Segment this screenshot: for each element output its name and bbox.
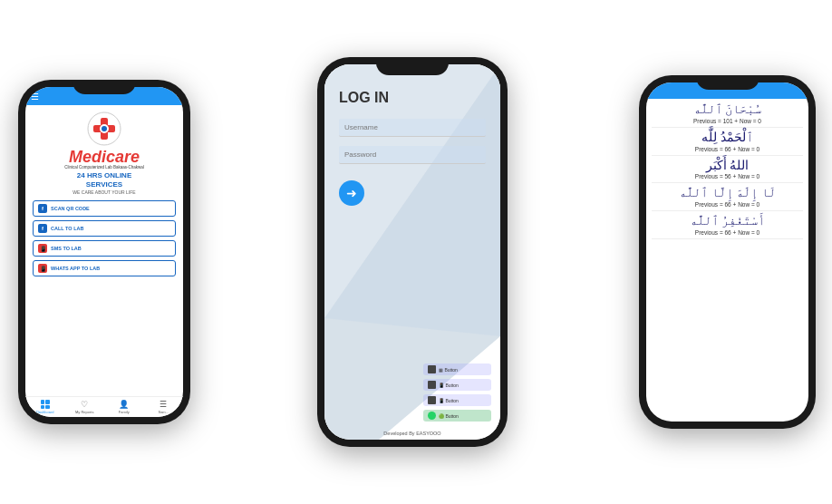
dhikr-counter-2: Previous = 56 + Now = 0 <box>695 173 759 179</box>
qr-icon <box>428 365 436 373</box>
login-submit-button[interactable]: ➜ <box>339 180 364 206</box>
phone-icon-sms: 📱 <box>38 244 47 253</box>
center-btn-3-label: 📱 Button <box>439 398 459 403</box>
medicare-logo <box>86 111 122 147</box>
center-btn-1[interactable]: ▦ Button <box>423 363 491 375</box>
nav-family[interactable]: 👤 Family <box>104 397 144 417</box>
center-btn-4-label: 🟢 Button <box>439 413 459 419</box>
medicare-title: Medicare <box>69 149 140 165</box>
dhikr-arabic-1: ٱلْحَمْدُ لِلَّٰه <box>701 131 753 146</box>
fb-icon-scan: f <box>38 204 47 213</box>
screen-right: سُبْحَانَ ٱللَّٰه Previous = 101 + Now =… <box>646 82 808 422</box>
phone-icon-3 <box>428 396 436 404</box>
sms-lab-button[interactable]: 📱 SMS TO LAB <box>33 240 176 257</box>
screen-center: LOG IN ➜ ▦ Button 📱 Button <box>324 64 500 440</box>
medicare-subtitle: Clinical Computerized Lab Bakaas-Chakwal <box>64 165 144 170</box>
nav-reports-label: My Reports <box>75 410 93 414</box>
phone-icon-2 <box>428 381 436 389</box>
nav-dashboard[interactable]: Dashboard <box>25 397 65 417</box>
sam-icon: ☰ <box>160 400 167 409</box>
hamburger-icon[interactable]: ☰ <box>31 92 39 102</box>
nav-family-label: Family <box>119 410 130 414</box>
screen-left: ☰ Medicare Clinical Computerized Lab Bak… <box>25 87 183 417</box>
logo-area: Medicare Clinical Computerized Lab Bakaa… <box>25 105 183 200</box>
heart-icon: ♡ <box>81 400 88 409</box>
phone-icon-whatsapp: 📱 <box>38 264 47 273</box>
dhikr-arabic-0: سُبْحَانَ ٱللَّٰه <box>693 102 762 118</box>
center-btn-2-label: 📱 Button <box>439 383 459 388</box>
phone-center: LOG IN ➜ ▦ Button 📱 Button <box>317 57 508 447</box>
left-action-buttons: f SCAN QR CODE f CALL TO LAB 📱 SMS TO LA… <box>25 200 183 276</box>
whatsapp-icon <box>428 412 436 420</box>
nav-sam-label: Sam... <box>158 410 169 414</box>
center-btn-2[interactable]: 📱 Button <box>423 379 491 391</box>
call-lab-label: CALL TO LAB <box>51 226 83 231</box>
center-bottom-buttons: ▦ Button 📱 Button 📱 Button 🟢 Button <box>423 363 491 422</box>
dhikr-counter-4: Previous = 66 + Now = 0 <box>695 229 759 236</box>
bottom-nav: Dashboard ♡ My Reports 👤 Family ☰ Sam... <box>25 396 183 417</box>
dhikr-item-4[interactable]: أَسْتَغْفِرُ ٱللَّٰه Previous = 66 + Now… <box>652 214 803 239</box>
call-lab-button[interactable]: f CALL TO LAB <box>33 220 176 237</box>
notch-right <box>696 75 759 90</box>
center-btn-4[interactable]: 🟢 Button <box>423 410 491 422</box>
dhikr-item-0[interactable]: سُبْحَانَ ٱللَّٰه Previous = 101 + Now =… <box>652 102 803 128</box>
dashboard-icon <box>41 400 50 409</box>
dhikr-list: سُبْحَانَ ٱللَّٰه Previous = 101 + Now =… <box>646 99 808 422</box>
login-form: LOG IN ➜ <box>324 64 500 206</box>
we-care-text: WE CARE ABOUT YOUR LIFE <box>73 189 135 195</box>
dhikr-arabic-3: لَا إِلَٰهَ إِلَّا ٱللَّٰه <box>679 186 776 201</box>
dhikr-arabic-4: أَسْتَغْفِرُ ٱللَّٰه <box>690 214 766 229</box>
fb-icon-call: f <box>38 224 47 233</box>
family-icon: 👤 <box>119 400 129 409</box>
login-title: LOG IN <box>339 90 486 106</box>
center-footer: Developed By EASYOOO <box>324 431 500 436</box>
whatsapp-lab-button[interactable]: 📱 WHATS APP TO LAB <box>33 260 176 276</box>
nav-dashboard-label: Dashboard <box>36 410 54 414</box>
dhikr-counter-0: Previous = 101 + Now = 0 <box>693 118 761 124</box>
password-input[interactable] <box>339 146 486 164</box>
whatsapp-lab-label: WHATS APP TO LAB <box>51 266 100 271</box>
dhikr-item-2[interactable]: اللهُ أَكْبَر Previous = 56 + Now = 0 <box>652 159 803 184</box>
center-btn-3[interactable]: 📱 Button <box>423 394 491 406</box>
phone-left: ☰ Medicare Clinical Computerized Lab Bak… <box>18 80 190 424</box>
scan-qr-label: SCAN QR CODE <box>51 206 90 211</box>
notch-left <box>73 80 136 94</box>
scene: ☰ Medicare Clinical Computerized Lab Bak… <box>0 0 832 504</box>
hrs-services: 24 HRS ONLINESERVICES <box>77 171 131 189</box>
nav-my-reports[interactable]: ♡ My Reports <box>65 397 105 417</box>
sms-lab-label: SMS TO LAB <box>51 246 82 251</box>
username-input[interactable] <box>339 119 486 137</box>
notch-center <box>376 57 449 75</box>
dhikr-item-3[interactable]: لَا إِلَٰهَ إِلَّا ٱللَّٰه Previous = 66… <box>652 186 803 211</box>
dhikr-counter-3: Previous = 66 + Now = 0 <box>695 201 759 208</box>
phone-right: سُبْحَانَ ٱللَّٰه Previous = 101 + Now =… <box>639 75 816 429</box>
center-btn-1-label: ▦ Button <box>439 367 458 373</box>
dhikr-item-1[interactable]: ٱلْحَمْدُ لِلَّٰه Previous = 66 + Now = … <box>652 131 803 156</box>
scan-qr-button[interactable]: f SCAN QR CODE <box>33 200 176 217</box>
svg-point-4 <box>102 126 107 131</box>
nav-sam[interactable]: ☰ Sam... <box>144 397 184 417</box>
dhikr-arabic-2: اللهُ أَكْبَر <box>706 159 750 174</box>
dhikr-counter-1: Previous = 66 + Now = 0 <box>695 146 759 152</box>
